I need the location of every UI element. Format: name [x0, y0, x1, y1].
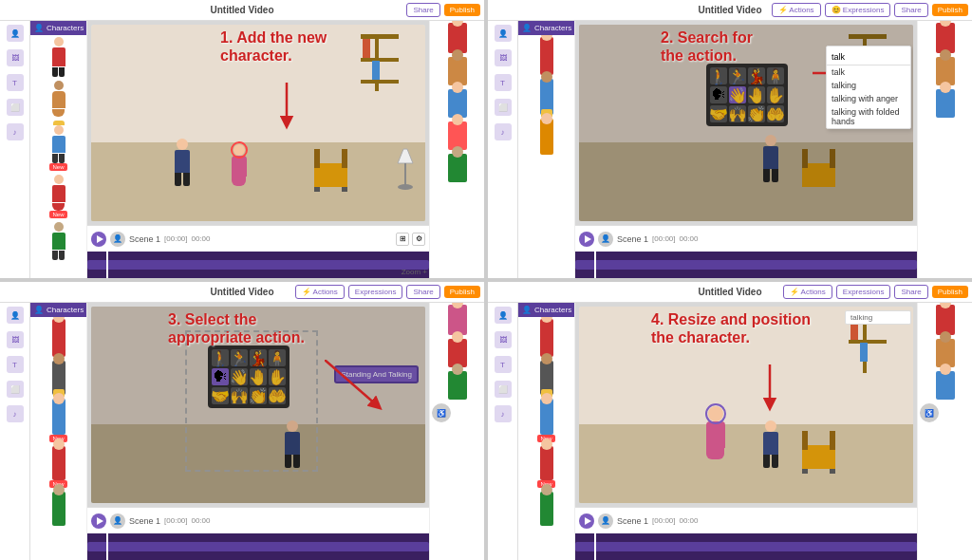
expressions-btn-2[interactable]: 😊 Expressions	[825, 3, 891, 17]
right-char-5[interactable]	[432, 154, 482, 182]
actions-btn-3[interactable]: ⚡ Actions	[295, 285, 345, 299]
rc4-wheelchair[interactable]: ♿	[920, 403, 939, 422]
publish-btn-4[interactable]: Publish	[932, 286, 968, 298]
right-char-4-3[interactable]	[920, 371, 970, 400]
sidebar-icon-3-char[interactable]: 👤	[7, 307, 24, 324]
actions-btn-4[interactable]: ⚡ Actions	[783, 285, 832, 299]
ao-3[interactable]: 💃	[748, 67, 765, 84]
char-item-4-4[interactable]: New	[520, 446, 572, 488]
char-item-3-4[interactable]: New	[32, 446, 84, 488]
sidebar-icon-3-scene[interactable]: 🖼	[7, 331, 24, 348]
sidebar-icon-4-scene[interactable]: 🖼	[495, 331, 512, 348]
ao-10[interactable]: 🙌	[729, 105, 746, 122]
play-btn-4[interactable]	[579, 513, 594, 529]
share-btn-4[interactable]: Share	[894, 285, 927, 299]
sidebar-icon-4-music[interactable]: ♪	[495, 405, 512, 422]
expressions-btn-4[interactable]: Expressions	[836, 285, 891, 299]
sidebar-icon-3-text[interactable]: T	[7, 356, 24, 373]
result-4[interactable]: talking with folded hands	[827, 105, 910, 128]
char-item-4-1[interactable]	[520, 319, 572, 357]
search-input-2[interactable]	[827, 49, 910, 65]
result-1[interactable]: talk	[827, 65, 910, 79]
scene4-man	[763, 420, 778, 468]
video-canvas-1[interactable]	[91, 25, 425, 221]
play-btn-3[interactable]	[91, 513, 106, 529]
char-item-3[interactable]: New	[32, 121, 84, 171]
publish-btn-3[interactable]: Publish	[444, 286, 480, 298]
svg-rect-22	[802, 168, 835, 187]
avatar-1: 👤	[110, 232, 125, 247]
video-canvas-2[interactable]: 🚶 🏃 💃 🧍 🗣 👋 🤚 ✋ 🤝 🙌 👏 🤲	[579, 25, 913, 221]
publish-btn-2[interactable]: Publish	[932, 4, 968, 16]
sidebar-icon-text[interactable]: T	[7, 74, 24, 91]
ao3-4[interactable]: 🧍	[269, 349, 286, 366]
ao3-7[interactable]: 🤚	[250, 368, 267, 385]
char-item-3-1[interactable]	[32, 319, 84, 357]
sidebar-icon-3-shape[interactable]: ⬜	[7, 381, 24, 398]
ao-5[interactable]: 🗣	[710, 86, 727, 103]
ao-9[interactable]: 🤝	[710, 105, 727, 122]
sidebar-icon-shape[interactable]: ⬜	[7, 99, 24, 116]
char-item-2-3[interactable]	[520, 119, 572, 155]
sidebar-icon-2-scene[interactable]: 🖼	[495, 49, 512, 66]
share-btn-3[interactable]: Share	[406, 285, 439, 299]
ao-1[interactable]: 🚶	[710, 67, 727, 84]
expressions-icon-2: 😊	[832, 6, 841, 14]
sidebar-icon-2-char[interactable]: 👤	[495, 25, 512, 42]
sidebar-icon-music[interactable]: ♪	[7, 123, 24, 140]
ao3-8[interactable]: ✋	[269, 368, 286, 385]
ao3-2[interactable]: 🏃	[231, 349, 248, 366]
char-item-3-5[interactable]	[32, 492, 84, 526]
sidebar-icon-2-text[interactable]: T	[495, 74, 512, 91]
video-canvas-4[interactable]: talking	[579, 307, 913, 503]
ao3-12[interactable]: 🤲	[269, 387, 286, 404]
share-btn-1[interactable]: Share	[406, 3, 439, 17]
settings-btn-1[interactable]: ⚙	[412, 233, 425, 246]
sidebar-icon-scene[interactable]: 🖼	[7, 49, 24, 66]
sidebar-icon-3-music[interactable]: ♪	[7, 405, 24, 422]
play-btn-2[interactable]	[579, 232, 594, 247]
rc3-wheelchair[interactable]: ♿	[432, 403, 451, 422]
ao-8[interactable]: ✋	[767, 86, 784, 103]
layout-btn-1[interactable]: ⊞	[396, 233, 409, 246]
char-item-5[interactable]	[32, 222, 84, 260]
sidebar-icon-2-shape[interactable]: ⬜	[495, 99, 512, 116]
ao3-11[interactable]: 👏	[250, 387, 267, 404]
char-item-2-1[interactable]	[520, 37, 572, 75]
result-3[interactable]: talking with anger	[827, 92, 910, 105]
video-canvas-3[interactable]: 🚶 🏃 💃 🧍 🗣 👋 🤚 ✋ 🤝 🙌 👏 🤲	[91, 307, 425, 503]
char-item-2[interactable]	[32, 81, 84, 117]
sidebar-icon-4-char[interactable]: 👤	[495, 307, 512, 324]
ao3-9[interactable]: 🤝	[212, 387, 229, 404]
char-item-4-5[interactable]	[520, 492, 572, 526]
right-char-2-3[interactable]	[920, 89, 970, 118]
ao3-10[interactable]: 🙌	[231, 387, 248, 404]
svg-rect-0	[361, 34, 399, 39]
ao-2[interactable]: 🏃	[729, 67, 746, 84]
char-item-4[interactable]: New	[32, 175, 84, 218]
char-item-4-3[interactable]: New	[520, 399, 572, 442]
ao-6[interactable]: 👋	[729, 86, 746, 103]
ao3-5[interactable]: 🗣	[212, 368, 229, 385]
ao3-1[interactable]: 🚶	[212, 349, 229, 366]
ao3-3[interactable]: 💃	[250, 349, 267, 366]
sidebar-icon-4-text[interactable]: T	[495, 356, 512, 373]
ao3-6[interactable]: 👋	[231, 368, 248, 385]
ao-12[interactable]: 🤲	[767, 105, 784, 122]
publish-btn-1[interactable]: Publish	[444, 4, 480, 16]
ao-4[interactable]: 🧍	[767, 67, 784, 84]
torso-3	[52, 136, 65, 153]
expressions-btn-3[interactable]: Expressions	[348, 285, 403, 299]
share-btn-2[interactable]: Share	[894, 3, 927, 17]
ao-11[interactable]: 👏	[748, 105, 765, 122]
sidebar-icon-4-shape[interactable]: ⬜	[495, 381, 512, 398]
right-char-3-3[interactable]	[432, 371, 482, 400]
ao-7[interactable]: 🤚	[748, 86, 765, 103]
sidebar-icon-char[interactable]: 👤	[7, 25, 24, 42]
actions-btn-2[interactable]: ⚡ Actions	[772, 3, 821, 17]
play-btn-1[interactable]	[91, 232, 106, 247]
result-2[interactable]: talking	[827, 79, 910, 92]
char-item-3-3[interactable]: New	[32, 399, 84, 442]
sidebar-icon-2-music[interactable]: ♪	[495, 123, 512, 140]
char-item-1[interactable]	[32, 37, 84, 77]
